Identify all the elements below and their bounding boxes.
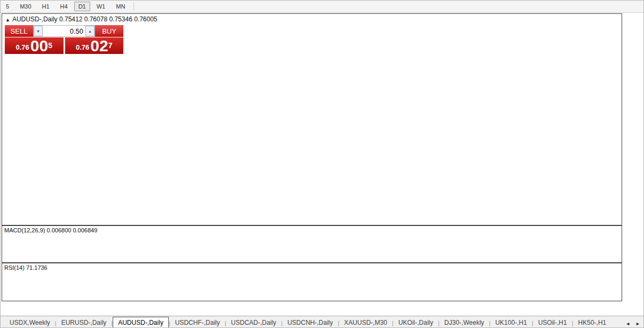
ohlc-high: 0.76078: [84, 15, 107, 23]
buy-button[interactable]: BUY: [95, 25, 123, 37]
timeframe-m30[interactable]: M30: [15, 2, 35, 11]
timeframe-d1[interactable]: D1: [74, 2, 90, 11]
tab-usoil-h1[interactable]: USOil-,H1: [533, 317, 572, 328]
volume-input[interactable]: [43, 27, 85, 35]
volume-decrease-button[interactable]: ▼: [34, 26, 43, 36]
price-axis[interactable]: [622, 13, 644, 301]
tab-eurusd-daily[interactable]: EURUSD-,Daily: [57, 317, 112, 328]
sell-button[interactable]: SELL: [5, 25, 33, 37]
tab-scroll-left-icon[interactable]: ◄: [625, 321, 630, 326]
volume-increase-button[interactable]: ▲: [85, 26, 95, 36]
timeframe-w1[interactable]: W1: [92, 2, 110, 11]
timeframe-toolbar: 5M30H1H4D1W1MN: [1, 1, 644, 13]
trading-platform-window: 5M30H1H4D1W1MN ▲AUDUSD-,Daily 0.75412 0.…: [0, 0, 644, 328]
one-click-trading-panel: SELL ▼ ▲ BUY 0.76005 0.76027: [5, 25, 123, 54]
chart-window: ▲AUDUSD-,Daily 0.75412 0.76078 0.75346 0…: [2, 13, 622, 301]
toolbar-separator: [133, 2, 134, 11]
rsi-label: RSI(14) 71.1736: [4, 264, 48, 271]
tab-usdcnh-daily[interactable]: USDCNH-,Daily: [282, 317, 337, 328]
sell-price-prefix: 0.76: [16, 42, 29, 53]
tab-scroll-right-icon[interactable]: ►: [635, 321, 640, 326]
timeframe-5[interactable]: 5: [2, 2, 13, 11]
buy-price-box[interactable]: 0.76027: [65, 37, 124, 54]
tab-xauusd-m30[interactable]: XAUUSD-,M30: [339, 317, 392, 328]
sell-price-sup: 5: [48, 37, 52, 53]
buy-price-big: 02: [90, 39, 108, 53]
sell-price-big: 00: [30, 39, 48, 53]
tab-scroll-controls: ◄►: [625, 321, 644, 328]
tab-dj30-weekly[interactable]: DJ30-,Weekly: [439, 317, 489, 328]
ohlc-close: 0.76005: [134, 15, 157, 23]
tab-ukoil-daily[interactable]: UKOil-,Daily: [394, 317, 438, 328]
macd-indicator-pane[interactable]: MACD(12,26,9) 0.006800 0.006849: [2, 226, 622, 262]
rsi-indicator-pane[interactable]: RSI(14) 71.1736: [2, 263, 622, 301]
collapse-icon[interactable]: ▲: [5, 17, 10, 22]
timeframe-h1[interactable]: H1: [38, 2, 54, 11]
tab-hk50-h1[interactable]: HK50-,H1: [574, 317, 611, 328]
buy-price-sup: 7: [108, 37, 113, 53]
buy-price-prefix: 0.76: [76, 42, 89, 53]
ohlc-open: 0.75412: [59, 15, 82, 23]
timeframe-h4[interactable]: H4: [56, 2, 72, 11]
sell-price-box[interactable]: 0.76005: [5, 37, 64, 54]
date-axis[interactable]: [2, 301, 644, 316]
tab-uk100-h1[interactable]: UK100-,H1: [490, 317, 531, 328]
chart-tab-bar: USDX,Weekly|EURUSD-,Daily|AUDUSD-,Daily|…: [1, 316, 644, 328]
macd-label: MACD(12,26,9) 0.006800 0.006849: [4, 227, 97, 233]
chart-ohlc-header: ▲AUDUSD-,Daily 0.75412 0.76078 0.75346 0…: [5, 15, 158, 23]
ohlc-low: 0.75346: [109, 15, 132, 23]
tab-usdcad-daily[interactable]: USDCAD-,Daily: [226, 317, 281, 328]
tab-audusd-daily[interactable]: AUDUSD-,Daily: [113, 317, 169, 328]
timeframe-mn[interactable]: MN: [112, 2, 129, 11]
tab-usdchf-daily[interactable]: USDCHF-,Daily: [170, 317, 225, 328]
chart-symbol-label: AUDUSD-,Daily: [12, 15, 58, 23]
tab-usdx-weekly[interactable]: USDX,Weekly: [5, 317, 55, 328]
